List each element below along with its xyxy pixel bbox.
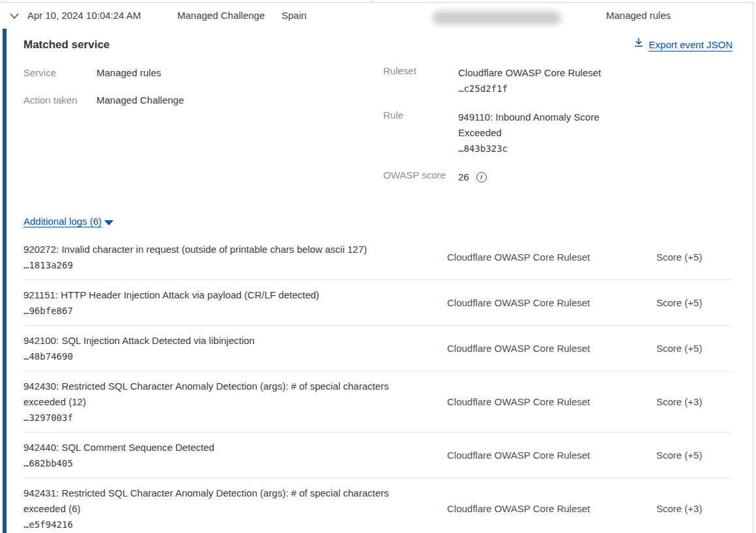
service-value: Managed rules: [96, 65, 161, 81]
log-score: Score (+5): [656, 296, 731, 310]
log-rule-hash: …3297003f: [23, 410, 414, 425]
expanded-row-accent-bar: [3, 29, 7, 533]
log-row: 942430: Restricted SQL Character Anomaly…: [23, 371, 731, 433]
caret-down-icon: [104, 220, 113, 225]
log-rule-hash: …1813a269: [23, 257, 414, 273]
log-rule-hash: …48b74690: [23, 349, 414, 364]
service-label: Service: [23, 65, 96, 81]
log-row: 921151: HTTP Header Injection Attack via…: [23, 280, 731, 326]
owasp-score-field: OWASP score 26 i: [383, 169, 615, 185]
log-ruleset: Cloudflare OWASP Core Ruleset: [447, 296, 656, 310]
log-rule-description: 942440: SQL Comment Sequence Detected: [23, 440, 414, 455]
rule-id-hash: …843b323c: [458, 141, 615, 156]
chevron-down-icon[interactable]: [8, 10, 20, 21]
event-summary-row[interactable]: Apr 10, 2024 10:04:24 AM Managed Challen…: [0, 2, 753, 29]
ruleset-label: Ruleset: [383, 65, 458, 96]
additional-logs-link[interactable]: Additional logs (6): [23, 216, 102, 227]
log-score: Score (+3): [656, 396, 731, 409]
event-country: Spain: [282, 8, 306, 23]
service-field: Service Managed rules: [23, 65, 383, 81]
panel-header: Matched service Export event JSON: [23, 37, 733, 53]
log-ruleset: Cloudflare OWASP Core Ruleset: [447, 342, 656, 355]
rule-label: Rule: [383, 109, 458, 156]
matched-service-details: Service Managed rules Action taken Manag…: [23, 65, 733, 198]
event-detail-panel: Matched service Export event JSON Servic…: [23, 29, 733, 533]
export-event-json-link[interactable]: Export event JSON: [633, 37, 733, 52]
log-ruleset: Cloudflare OWASP Core Ruleset: [447, 502, 656, 515]
table-right-border: [753, 2, 753, 533]
event-service: Managed rules: [606, 8, 671, 23]
rule-field: Rule 949110: Inbound Anomaly Score Excee…: [383, 109, 615, 156]
action-taken-label: Action taken: [23, 93, 96, 108]
panel-title: Matched service: [23, 37, 109, 53]
details-left-column: Service Managed rules Action taken Manag…: [23, 65, 383, 198]
event-action: Managed Challenge: [177, 8, 265, 23]
log-score: Score (+5): [656, 449, 731, 462]
log-ruleset: Cloudflare OWASP Core Ruleset: [447, 251, 656, 264]
log-ruleset: Cloudflare OWASP Core Ruleset: [447, 449, 656, 462]
log-rule-description: 942431: Restricted SQL Character Anomaly…: [23, 485, 414, 517]
ruleset-id-hash: …c25d2f1f: [458, 81, 601, 96]
redacted-host-blur: [432, 11, 561, 25]
log-row: 942440: SQL Comment Sequence Detected …6…: [23, 433, 731, 478]
event-timestamp: Apr 10, 2024 10:04:24 AM: [27, 8, 141, 23]
log-rule-description: 942430: Restricted SQL Character Anomaly…: [23, 379, 414, 410]
log-ruleset: Cloudflare OWASP Core Ruleset: [447, 396, 656, 409]
log-score: Score (+5): [656, 342, 731, 355]
rule-value: 949110: Inbound Anomaly Score Exceeded: [458, 109, 615, 141]
log-rule-description: 921151: HTTP Header Injection Attack via…: [23, 287, 414, 303]
log-row: 942431: Restricted SQL Character Anomaly…: [23, 478, 731, 533]
log-score: Score (+3): [656, 502, 731, 515]
ruleset-value: Cloudflare OWASP Core Ruleset: [458, 65, 601, 81]
log-rule-description: 942100: SQL Injection Attack Detected vi…: [23, 333, 414, 349]
ruleset-field: Ruleset Cloudflare OWASP Core Ruleset …c…: [383, 65, 615, 96]
owasp-score-label: OWASP score: [383, 169, 458, 185]
additional-logs-table: 920272: Invalid character in request (ou…: [23, 235, 733, 533]
action-taken-value: Managed Challenge: [96, 93, 184, 108]
log-rule-hash: …96bfe867: [23, 303, 414, 319]
download-icon: [633, 37, 644, 52]
additional-logs-toggle[interactable]: Additional logs (6): [23, 215, 733, 228]
details-right-column: Ruleset Cloudflare OWASP Core Ruleset …c…: [383, 65, 615, 198]
action-taken-field: Action taken Managed Challenge: [23, 93, 383, 108]
log-row: 920272: Invalid character in request (ou…: [23, 235, 731, 280]
log-rule-hash: …682bb405: [23, 455, 414, 471]
log-rule-description: 920272: Invalid character in request (ou…: [23, 242, 414, 257]
log-rule-hash: …e5f94216: [23, 517, 414, 532]
info-icon[interactable]: i: [476, 172, 487, 182]
log-row: 942100: SQL Injection Attack Detected vi…: [23, 326, 731, 371]
log-score: Score (+5): [656, 251, 731, 264]
owasp-score-value: 26: [458, 169, 469, 185]
export-event-json-label[interactable]: Export event JSON: [649, 38, 733, 52]
